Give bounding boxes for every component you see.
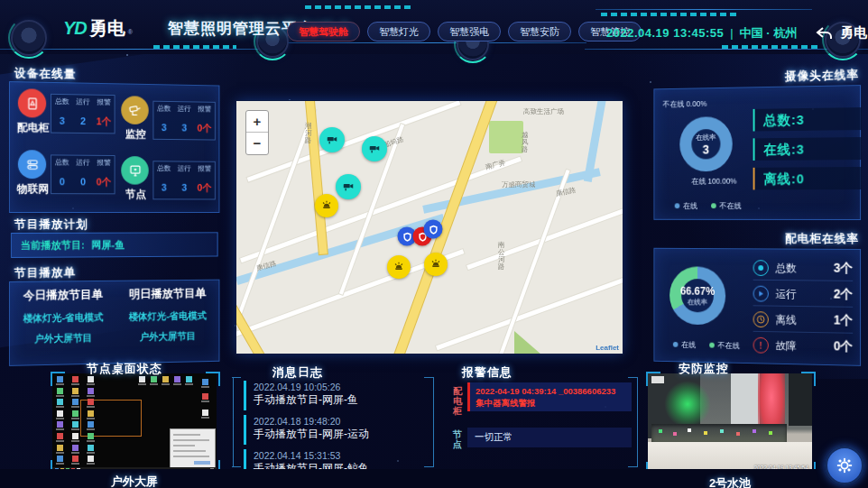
header-dashes bbox=[722, 45, 821, 49]
device-card-iot[interactable]: 物联网 总数 运行 报警 0 0 0个 bbox=[15, 147, 116, 205]
legend-dot-online bbox=[673, 342, 679, 347]
device-stats-table: 总数 运行 报警 3 2 1个 bbox=[51, 94, 115, 134]
playlist-item: 户外大屏节目 bbox=[116, 329, 219, 345]
desktop-icon bbox=[72, 399, 78, 405]
map-marker-camera[interactable] bbox=[336, 174, 361, 199]
total-value: 0 bbox=[51, 172, 72, 193]
map-park bbox=[489, 121, 523, 153]
cabinet-stat-rows: 总数 3个 运行 2个 离线 1个 ! 故障 0个 bbox=[753, 256, 854, 361]
tab-smart-power[interactable]: 智慧强电 bbox=[438, 22, 501, 41]
tab-smart-cockpit[interactable]: 智慧驾驶舱 bbox=[287, 22, 360, 41]
zoom-out-button[interactable]: − bbox=[246, 133, 268, 154]
log-time: 2022.04.18 19:48:20 bbox=[254, 416, 429, 427]
header-dashes bbox=[305, 5, 411, 9]
panel-title-node-desktop: 节点桌面状态 bbox=[87, 361, 162, 377]
playlist-tomorrow-heading[interactable]: 明日播放节目单 bbox=[116, 285, 219, 302]
row-value: 2个 bbox=[834, 287, 853, 303]
offline-icon bbox=[753, 311, 769, 327]
desktop-icon bbox=[57, 445, 63, 451]
main-nav: 智慧驾驶舱 智慧灯光 智慧强电 智慧安防 智慧管控 bbox=[287, 22, 642, 41]
zoom-in-button[interactable]: + bbox=[246, 111, 268, 133]
device-card-node[interactable]: 节点 总数 运行 报警 3 3 0个 bbox=[118, 153, 216, 210]
col-running: 运行 bbox=[72, 95, 93, 112]
desktop-preview[interactable] bbox=[52, 373, 217, 473]
col-total: 总数 bbox=[153, 102, 174, 118]
playlist-panel: 今日播放节目单 楼体灯光-省电模式 户外大屏节目 明日播放节目单 楼体灯光-省电… bbox=[9, 280, 219, 366]
tab-smart-lighting[interactable]: 智慧灯光 bbox=[367, 22, 430, 41]
desktop-icon bbox=[88, 421, 94, 428]
desktop-icon bbox=[162, 376, 169, 382]
bracket-corner bbox=[206, 372, 220, 386]
tab-smart-security[interactable]: 智慧安防 bbox=[508, 22, 571, 41]
desktop-icon bbox=[72, 388, 78, 394]
map-marker-camera[interactable] bbox=[319, 127, 345, 152]
total-value: 3 bbox=[51, 111, 72, 133]
camera-total-stat: 总数:3 bbox=[753, 107, 862, 131]
map-marker-light[interactable] bbox=[315, 194, 338, 217]
playlist-item: 楼体灯光-省电模式 bbox=[116, 309, 219, 324]
map-road-label: 越风路 bbox=[522, 132, 530, 153]
log-text: 手动播放节目-网屏-运动 bbox=[254, 427, 429, 442]
right-column: 摄像头在线率 不在线 0.00% 在线率 3 在线 100.00% 在线 不在线… bbox=[647, 60, 864, 366]
log-entry: 2022.04.18 19:48:20 手动播放节目-网屏-运动 bbox=[244, 415, 429, 445]
map-view[interactable]: 潮河路龙船坞路高致生活广场越风路南广弄万盛商贸城康信路康信路南公河路 + − L… bbox=[236, 101, 623, 354]
alarm-value: 1个 bbox=[94, 112, 115, 133]
col-total: 总数 bbox=[153, 161, 174, 178]
user-name[interactable]: 勇电 bbox=[840, 24, 867, 41]
datetime: 2022.04.19 13:45:55 bbox=[606, 26, 724, 40]
donut-center-value: 66.67% bbox=[680, 284, 715, 297]
location: 中国 · 杭州 bbox=[740, 25, 798, 41]
cabinet-total-row: 总数 3个 bbox=[753, 256, 854, 281]
header-trim bbox=[596, 9, 812, 10]
device-stats-table: 总数 运行 报警 0 0 0个 bbox=[51, 154, 115, 194]
panel-title-message-log: 消息日志 bbox=[272, 364, 323, 381]
back-arrow-icon[interactable] bbox=[816, 26, 834, 41]
desktop-icon bbox=[202, 410, 208, 416]
cabinet-rate-panel: 66.67% 在线率 在线 不在线 总数 3个 运行 2个 bbox=[653, 248, 861, 366]
security-camera-feed[interactable]: 2022-04-19 13:45:54 bbox=[648, 373, 812, 474]
header-right: 2022.04.19 13:45:55 | 中国 · 杭州 勇电 bbox=[606, 24, 867, 41]
bracket-corner bbox=[801, 372, 816, 386]
row-label: 总数 bbox=[776, 261, 834, 276]
alarm-ok-box: 一切正常 bbox=[467, 428, 632, 447]
current-program-value: 网屏-鱼 bbox=[91, 238, 125, 252]
desktop-icon bbox=[139, 376, 145, 382]
desktop-caption: 户外大屏 bbox=[52, 474, 217, 488]
desktop-icon bbox=[57, 399, 63, 405]
donut-center-value: 3 bbox=[703, 142, 709, 156]
desktop-icon bbox=[88, 399, 94, 405]
device-card-cabinet[interactable]: 配电柜 总数 运行 报警 3 2 1个 bbox=[15, 86, 116, 144]
desktop-icon bbox=[88, 376, 94, 382]
device-card-monitor[interactable]: 监控 总数 运行 报警 3 3 0个 bbox=[118, 93, 216, 151]
total-value: 3 bbox=[153, 178, 174, 198]
panel-title-cabinet-rate: 配电柜在线率 bbox=[785, 231, 859, 247]
cabinet-legend: 在线 不在线 bbox=[673, 340, 740, 352]
fault-icon: ! bbox=[753, 337, 769, 354]
map-zoom-control: + − bbox=[245, 110, 269, 155]
header-dashes bbox=[153, 45, 236, 49]
donut-center-label: 在线率 bbox=[688, 297, 708, 307]
device-name: 节点 bbox=[114, 187, 158, 202]
legend-dot-offline bbox=[709, 343, 715, 348]
map-attribution[interactable]: Leaflet bbox=[596, 344, 619, 352]
playlist-today-heading[interactable]: 今日播放节目单 bbox=[10, 287, 116, 304]
map-marker-light[interactable] bbox=[424, 253, 448, 276]
map-marker-camera[interactable] bbox=[362, 136, 387, 161]
running-value: 0 bbox=[72, 172, 93, 193]
desktop-icon bbox=[72, 445, 78, 451]
alarm-value: 0个 bbox=[194, 118, 214, 139]
settings-button[interactable] bbox=[825, 446, 864, 485]
bracket-corner bbox=[646, 372, 660, 386]
bracket-corner bbox=[51, 372, 65, 386]
security-caption: 2号水池 bbox=[648, 475, 812, 488]
cctv-icon bbox=[121, 96, 148, 124]
col-total: 总数 bbox=[51, 155, 72, 172]
desktop-icon bbox=[72, 410, 78, 417]
map-marker-shield-blue[interactable] bbox=[424, 220, 443, 239]
panel-title-device-online: 设备在线量 bbox=[14, 65, 76, 82]
iot-icon bbox=[18, 150, 46, 179]
node-icon bbox=[121, 156, 148, 185]
map-marker-light[interactable] bbox=[387, 255, 411, 279]
camera-online-stat: 在线:3 bbox=[753, 137, 862, 161]
device-name: 配电柜 bbox=[10, 120, 56, 136]
